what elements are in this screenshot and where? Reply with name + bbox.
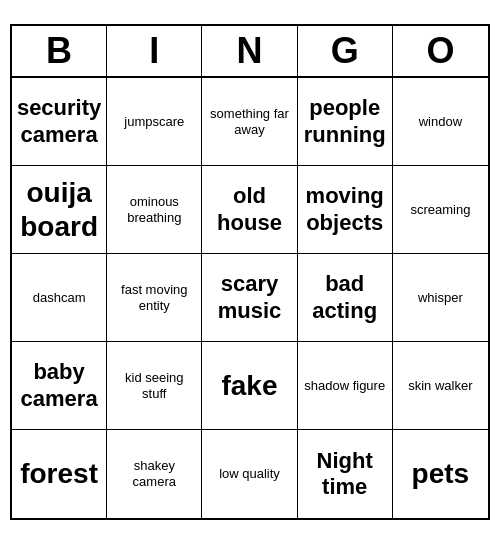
bingo-cell: moving objects <box>298 166 393 254</box>
bingo-cell: old house <box>202 166 297 254</box>
bingo-cell: ouija board <box>12 166 107 254</box>
bingo-cell: something far away <box>202 78 297 166</box>
bingo-cell: window <box>393 78 488 166</box>
bingo-cell: low quality <box>202 430 297 518</box>
bingo-cell: kid seeing stuff <box>107 342 202 430</box>
header-letter: G <box>298 26 393 76</box>
bingo-cell: ominous breathing <box>107 166 202 254</box>
bingo-cell: whisper <box>393 254 488 342</box>
bingo-cell: Night time <box>298 430 393 518</box>
bingo-cell: people running <box>298 78 393 166</box>
bingo-header: BINGO <box>12 26 488 78</box>
bingo-cell: pets <box>393 430 488 518</box>
bingo-cell: baby camera <box>12 342 107 430</box>
header-letter: B <box>12 26 107 76</box>
header-letter: I <box>107 26 202 76</box>
bingo-cell: skin walker <box>393 342 488 430</box>
bingo-cell: jumpscare <box>107 78 202 166</box>
bingo-cell: bad acting <box>298 254 393 342</box>
header-letter: N <box>202 26 297 76</box>
header-letter: O <box>393 26 488 76</box>
bingo-cell: shadow figure <box>298 342 393 430</box>
bingo-cell: fake <box>202 342 297 430</box>
bingo-card: BINGO security camerajumpscaresomething … <box>10 24 490 520</box>
bingo-cell: scary music <box>202 254 297 342</box>
bingo-cell: dashcam <box>12 254 107 342</box>
bingo-cell: security camera <box>12 78 107 166</box>
bingo-cell: shakey camera <box>107 430 202 518</box>
bingo-cell: forest <box>12 430 107 518</box>
bingo-cell: fast moving entity <box>107 254 202 342</box>
bingo-cell: screaming <box>393 166 488 254</box>
bingo-grid: security camerajumpscaresomething far aw… <box>12 78 488 518</box>
